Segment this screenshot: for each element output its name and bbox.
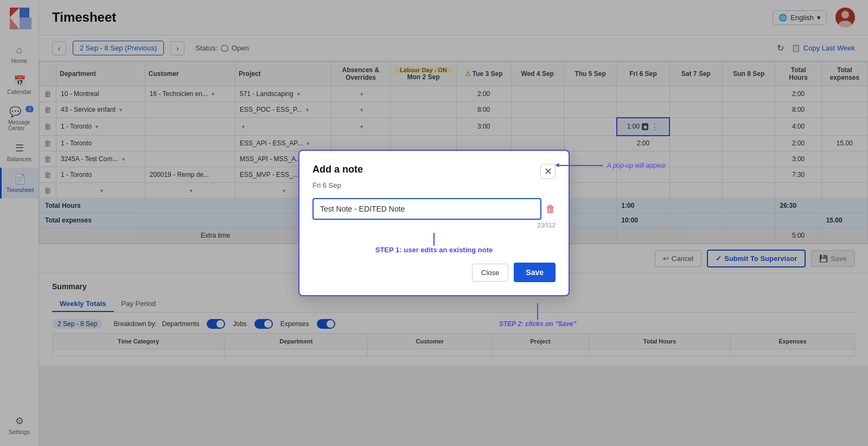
modal-overlay[interactable]: ◀ A pop-up will appear Add a note ✕ Fri … [0,0,868,446]
step1-label: STEP 1: user edits an existing note [312,246,556,254]
save-note-button[interactable]: Save [514,263,556,282]
note-input[interactable] [312,198,541,220]
modal-actions: Close Save [312,263,556,282]
modal-input-row: 🗑 [312,198,556,220]
step2-label: STEP 2: clicks on "Save" [499,320,576,328]
modal-title: Add a note [312,164,363,175]
arrow-step2 [537,303,538,320]
delete-note-icon[interactable]: 🗑 [546,203,556,215]
popup-annotation: ◀ A pop-up will appear [559,162,666,169]
step2-area: STEP 2: clicks on "Save" [499,303,576,328]
add-note-modal: ◀ A pop-up will appear Add a note ✕ Fri … [298,150,570,296]
modal-header: Add a note ✕ [312,164,556,179]
step1-area: STEP 1: user edits an existing note [312,233,556,254]
close-modal-button[interactable]: Close [472,264,508,282]
modal-date: Fri 6 Sep [312,181,556,189]
modal-close-x-button[interactable]: ✕ [540,164,556,179]
arrow-step1 [433,233,435,246]
popup-annotation-text: A pop-up will appear [607,162,666,169]
char-count: 23/512 [312,222,556,228]
